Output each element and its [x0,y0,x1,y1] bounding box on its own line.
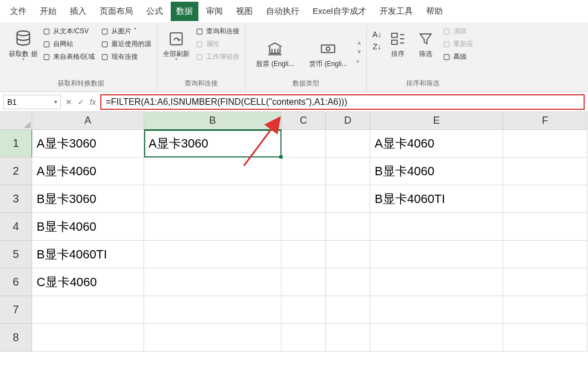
col-header-A[interactable]: A [32,112,144,130]
cell-D7[interactable] [326,296,370,324]
cell-C6[interactable] [282,268,326,296]
cell-D3[interactable] [326,185,370,213]
currency-button[interactable]: 货币 (Engli... [303,35,353,68]
cell-A7[interactable] [32,296,144,324]
sort-asc-button[interactable]: A↓ [371,29,382,40]
cell-D8[interactable] [326,324,370,352]
menu-item-9[interactable]: Excel自学成才 [307,2,372,21]
cell-A2[interactable]: A显卡4060 [32,157,144,185]
cell-C4[interactable] [282,213,326,241]
cell-F2[interactable] [503,157,587,185]
cell-F4[interactable] [503,213,587,241]
cell-C1[interactable] [282,130,326,157]
menu-item-2[interactable]: 插入 [64,2,92,21]
ribbon-small-image[interactable]: 从图片 ˅ [99,26,152,37]
cell-D2[interactable] [326,157,370,185]
menu-item-7[interactable]: 视图 [231,2,258,21]
cell-D4[interactable] [326,213,370,241]
ribbon-small-wblink[interactable]: 工作簿链接 [194,51,241,63]
col-header-B[interactable]: B [144,112,282,130]
row-header-5[interactable]: 5 [0,241,32,268]
name-box[interactable]: B1 ▾ [3,95,61,109]
cell-E1[interactable]: A显卡4060 [370,130,503,157]
cell-C2[interactable] [282,157,326,185]
cell-F3[interactable] [503,185,587,213]
col-header-E[interactable]: E [370,112,503,130]
cell-E5[interactable] [370,241,503,268]
cell-C3[interactable] [282,185,326,213]
menu-item-5[interactable]: 数据 [171,2,198,21]
ribbon-small-adv[interactable]: 高级 [441,51,474,63]
name-box-dropdown-icon[interactable]: ▾ [54,99,57,105]
cell-B3[interactable] [144,185,282,213]
cell-B1[interactable]: A显卡3060 [144,130,282,157]
ribbon-small-conn[interactable]: 查询和连接 [194,26,241,37]
sort-button[interactable]: 排序 [386,26,410,58]
cell-A6[interactable]: C显卡4060 [32,268,144,296]
scroll-down-icon[interactable]: ▼ [356,49,362,55]
cell-B7[interactable] [144,296,282,324]
formula-bar[interactable]: =FILTER(A1:A6,ISNUMBER(FIND(CELL("conten… [100,94,585,110]
cell-A3[interactable]: B显卡3060 [32,185,144,213]
menu-item-8[interactable]: 自动执行 [260,2,305,21]
cell-E3[interactable]: B显卡4060TI [370,185,503,213]
ribbon-small-link[interactable]: 现有连接 [99,51,152,63]
cell-B8[interactable] [144,324,282,352]
cell-B5[interactable] [144,241,282,268]
cell-F6[interactable] [503,268,587,296]
ribbon-small-prop[interactable]: 属性 [194,38,241,50]
cell-F1[interactable] [503,130,587,157]
cancel-formula-icon[interactable]: ✕ [64,98,73,106]
accept-formula-icon[interactable]: ✓ [76,98,85,106]
cell-B4[interactable] [144,213,282,241]
ribbon-small-clear[interactable]: 清除 [441,26,474,37]
ribbon-small-reapply[interactable]: 重新应 [441,38,474,50]
menu-item-1[interactable]: 开始 [34,2,62,21]
col-header-D[interactable]: D [326,112,370,130]
cell-D6[interactable] [326,268,370,296]
ribbon-small-globe[interactable]: 自网站 [41,38,96,50]
row-header-3[interactable]: 3 [0,185,32,213]
scroll-up-icon[interactable]: ▲ [356,39,362,45]
cell-F8[interactable] [503,324,587,352]
cell-A1[interactable]: A显卡3060 [32,130,144,157]
ribbon-small-recent[interactable]: 最近使用的源 [99,38,152,50]
menu-item-3[interactable]: 页面布局 [94,2,139,21]
cell-F5[interactable] [503,241,587,268]
stocks-button[interactable]: 股票 (Engli... [250,35,300,68]
row-header-4[interactable]: 4 [0,213,32,241]
get-data-button[interactable]: 获取数 据 ˅ [9,26,38,78]
row-header-8[interactable]: 8 [0,324,32,352]
row-header-6[interactable]: 6 [0,268,32,296]
cell-E6[interactable] [370,268,503,296]
cell-B2[interactable] [144,157,282,185]
cell-A5[interactable]: B显卡4060TI [32,241,144,268]
cell-F7[interactable] [503,296,587,324]
cell-D1[interactable] [326,130,370,157]
cell-B6[interactable] [144,268,282,296]
ribbon-small-file[interactable]: 从文本/CSV [41,26,96,37]
cell-E2[interactable]: B显卡4060 [370,157,503,185]
filter-button[interactable]: 筛选 [413,26,438,58]
cell-C7[interactable] [282,296,326,324]
col-header-C[interactable]: C [282,112,326,130]
cell-C8[interactable] [282,324,326,352]
ribbon-small-grid[interactable]: 来自表格/区域 [41,51,96,63]
menu-item-4[interactable]: 公式 [141,2,168,21]
cell-C5[interactable] [282,241,326,268]
cell-E8[interactable] [370,324,503,352]
col-header-F[interactable]: F [503,112,587,130]
cell-D5[interactable] [326,241,370,268]
cell-E7[interactable] [370,296,503,324]
fx-button[interactable]: fx [89,98,97,106]
menu-item-0[interactable]: 文件 [4,2,32,21]
row-header-7[interactable]: 7 [0,296,32,324]
cell-E4[interactable] [370,213,503,241]
row-header-1[interactable]: 1 [0,130,32,157]
sort-desc-button[interactable]: Z↓ [371,41,382,52]
row-header-2[interactable]: 2 [0,157,32,185]
refresh-all-button[interactable]: 全部刷新 ˅ [162,26,191,78]
menu-item-11[interactable]: 帮助 [421,2,448,21]
cell-A8[interactable] [32,324,144,352]
scroll-more-icon[interactable]: ▾ [356,58,362,64]
